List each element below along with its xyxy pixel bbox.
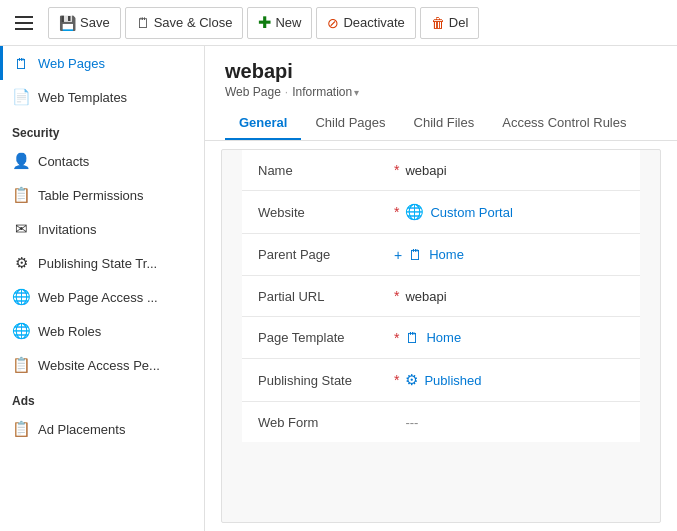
partial-url-value: webapi (405, 289, 446, 304)
save-label: Save (80, 15, 110, 30)
form-row-web-form: Web Form * --- (242, 402, 640, 442)
sidebar-item-publishing-state-tr[interactable]: ⚙ Publishing State Tr... (0, 246, 204, 280)
delete-button[interactable]: 🗑 Del (420, 7, 480, 39)
name-value: webapi (405, 163, 446, 178)
deactivate-icon: ⊘ (327, 15, 339, 31)
content-header: webapi Web Page · Information ▾ (205, 46, 677, 99)
tab-access-control-rules[interactable]: Access Control Rules (488, 107, 640, 140)
state-icon: ⚙ (405, 371, 418, 389)
form-row-name: Name * webapi (242, 150, 640, 191)
partial-url-label: Partial URL (258, 289, 388, 304)
main-container: 🗒 Web Pages 📄 Web Templates Security 👤 C… (0, 46, 677, 531)
del-label: Del (449, 15, 469, 30)
sidebar-item-contacts[interactable]: 👤 Contacts (0, 144, 204, 178)
publishing-state-label: Publishing State (258, 373, 388, 388)
parent-page-label: Parent Page (258, 247, 388, 262)
toolbar: 💾 Save 🗒 Save & Close ✚ New ⊘ Deactivate… (0, 0, 677, 46)
sidebar-item-web-roles[interactable]: 🌐 Web Roles (0, 314, 204, 348)
partial-url-required: * (394, 288, 399, 304)
page-template-icon: 🗒 (405, 329, 420, 346)
breadcrumb: Web Page · Information ▾ (225, 85, 657, 99)
website-value[interactable]: 🌐 Custom Portal (405, 203, 512, 221)
new-icon: ✚ (258, 13, 271, 32)
sidebar-item-web-pages[interactable]: 🗒 Web Pages (0, 46, 204, 80)
hamburger-menu[interactable] (8, 7, 40, 39)
sidebar-item-label: Web Templates (38, 90, 127, 105)
breadcrumb-sep: · (285, 85, 288, 99)
web-form-label: Web Form (258, 415, 388, 430)
globe-icon: 🌐 (405, 203, 424, 221)
parent-page-value[interactable]: 🗒 Home (408, 246, 464, 263)
sidebar-item-ad-placements[interactable]: 📋 Ad Placements (0, 412, 204, 446)
ads-section-label: Ads (0, 382, 204, 412)
publishing-state-required: * (394, 372, 399, 388)
sidebar-item-label: Web Roles (38, 324, 101, 339)
breadcrumb-section: Information (292, 85, 352, 99)
web-pages-icon: 🗒 (12, 54, 30, 72)
save-icon: 💾 (59, 15, 76, 31)
page-title: webapi (225, 60, 657, 83)
new-button[interactable]: ✚ New (247, 7, 312, 39)
tab-child-files[interactable]: Child Files (400, 107, 489, 140)
tab-child-pages[interactable]: Child Pages (301, 107, 399, 140)
security-section-label: Security (0, 114, 204, 144)
web-form-value: --- (405, 415, 418, 430)
name-label: Name (258, 163, 388, 178)
ad-placements-icon: 📋 (12, 420, 30, 438)
contacts-icon: 👤 (12, 152, 30, 170)
sidebar-item-label: Web Pages (38, 56, 105, 71)
form-row-website: Website * 🌐 Custom Portal (242, 191, 640, 234)
sidebar: 🗒 Web Pages 📄 Web Templates Security 👤 C… (0, 46, 205, 531)
save-close-icon: 🗒 (136, 15, 150, 31)
table-permissions-icon: 📋 (12, 186, 30, 204)
new-label: New (275, 15, 301, 30)
deactivate-label: Deactivate (343, 15, 404, 30)
sidebar-item-label: Web Page Access ... (38, 290, 158, 305)
sidebar-item-label: Contacts (38, 154, 89, 169)
breadcrumb-type: Web Page (225, 85, 281, 99)
sidebar-item-label: Table Permissions (38, 188, 144, 203)
sidebar-item-web-page-access[interactable]: 🌐 Web Page Access ... (0, 280, 204, 314)
website-required: * (394, 204, 399, 220)
sidebar-item-website-access-pe[interactable]: 📋 Website Access Pe... (0, 348, 204, 382)
form-row-partial-url: Partial URL * webapi (242, 276, 640, 317)
sidebar-item-label: Ad Placements (38, 422, 125, 437)
page-icon: 🗒 (408, 246, 423, 263)
form-row-parent-page: Parent Page + 🗒 Home (242, 234, 640, 276)
invitations-icon: ✉ (12, 220, 30, 238)
sidebar-item-web-templates[interactable]: 📄 Web Templates (0, 80, 204, 114)
sidebar-item-table-permissions[interactable]: 📋 Table Permissions (0, 178, 204, 212)
web-templates-icon: 📄 (12, 88, 30, 106)
tabs-bar: General Child Pages Child Files Access C… (205, 99, 677, 141)
deactivate-button[interactable]: ⊘ Deactivate (316, 7, 415, 39)
breadcrumb-section-link[interactable]: Information ▾ (292, 85, 359, 99)
form-row-page-template: Page Template * 🗒 Home (242, 317, 640, 359)
save-close-label: Save & Close (154, 15, 233, 30)
web-page-access-icon: 🌐 (12, 288, 30, 306)
sidebar-item-label: Website Access Pe... (38, 358, 160, 373)
name-required: * (394, 162, 399, 178)
parent-page-required: + (394, 247, 402, 263)
form-area: Name * webapi Website * 🌐 Custom Portal … (221, 149, 661, 523)
delete-icon: 🗑 (431, 15, 445, 31)
save-button[interactable]: 💾 Save (48, 7, 121, 39)
chevron-down-icon: ▾ (354, 87, 359, 98)
website-access-pe-icon: 📋 (12, 356, 30, 374)
tab-general[interactable]: General (225, 107, 301, 140)
sidebar-item-invitations[interactable]: ✉ Invitations (0, 212, 204, 246)
form-row-publishing-state: Publishing State * ⚙ Published (242, 359, 640, 402)
content-area: webapi Web Page · Information ▾ General … (205, 46, 677, 531)
save-close-button[interactable]: 🗒 Save & Close (125, 7, 244, 39)
web-form-required-placeholder: * (394, 414, 399, 430)
page-template-required: * (394, 330, 399, 346)
web-roles-icon: 🌐 (12, 322, 30, 340)
sidebar-item-label: Publishing State Tr... (38, 256, 157, 271)
website-label: Website (258, 205, 388, 220)
publishing-state-value: ⚙ Published (405, 371, 481, 389)
page-template-value[interactable]: 🗒 Home (405, 329, 461, 346)
page-template-label: Page Template (258, 330, 388, 345)
sidebar-item-label: Invitations (38, 222, 97, 237)
publishing-state-tr-icon: ⚙ (12, 254, 30, 272)
